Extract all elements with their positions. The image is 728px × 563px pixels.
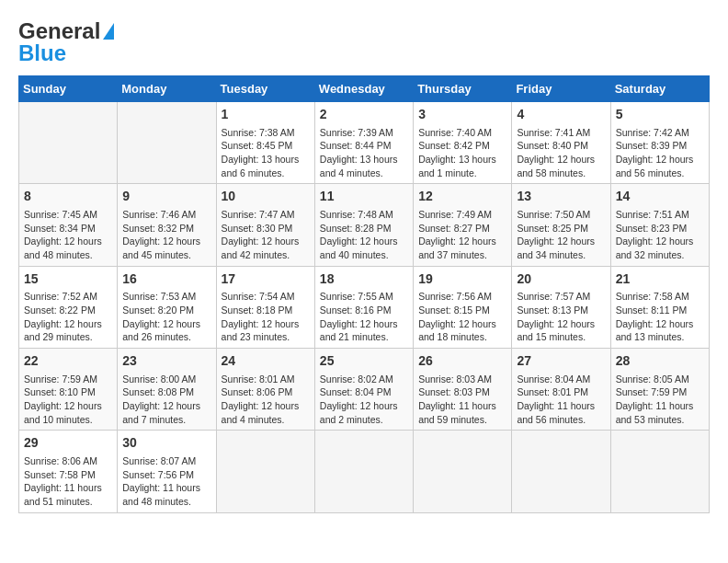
logo-blue: Blue: [18, 40, 66, 66]
daylight: Daylight: 12 hours and 40 minutes.: [320, 236, 398, 260]
logo-icon: [103, 23, 114, 40]
daylight: Daylight: 12 hours and 21 minutes.: [320, 318, 398, 343]
sunset: Sunset: 8:23 PM: [616, 223, 688, 234]
calendar-cell: [19, 102, 118, 184]
calendar-cell: 25Sunrise: 8:02 AMSunset: 8:04 PMDayligh…: [314, 349, 413, 431]
day-number: 22: [24, 352, 112, 371]
day-number: 4: [517, 106, 605, 124]
sunset: Sunset: 8:08 PM: [122, 386, 194, 397]
calendar-cell: 15Sunrise: 7:52 AMSunset: 8:22 PMDayligh…: [19, 266, 118, 348]
sunset: Sunset: 8:04 PM: [320, 386, 392, 397]
day-number: 25: [320, 352, 408, 371]
calendar-cell: 11Sunrise: 7:48 AMSunset: 8:28 PMDayligh…: [314, 184, 413, 266]
weekday-header: Wednesday: [314, 76, 413, 102]
daylight: Daylight: 12 hours and 29 minutes.: [24, 318, 102, 343]
sunset: Sunset: 8:16 PM: [320, 304, 392, 316]
sunrise: Sunrise: 8:06 AM: [24, 455, 97, 466]
calendar-cell: 27Sunrise: 8:04 AMSunset: 8:01 PMDayligh…: [512, 349, 610, 431]
calendar-cell: [216, 431, 314, 512]
daylight: Daylight: 11 hours and 51 minutes.: [24, 482, 102, 507]
day-number: 1: [222, 106, 310, 124]
calendar-cell: 2Sunrise: 7:39 AMSunset: 8:44 PMDaylight…: [314, 102, 413, 184]
calendar-cell: [610, 431, 709, 512]
sunrise: Sunrise: 7:42 AM: [616, 127, 689, 138]
calendar-cell: 29Sunrise: 8:06 AMSunset: 7:58 PMDayligh…: [19, 431, 118, 512]
sunrise: Sunrise: 8:02 AM: [320, 373, 393, 385]
sunset: Sunset: 7:58 PM: [24, 469, 96, 480]
day-number: 20: [517, 270, 605, 289]
daylight: Daylight: 12 hours and 7 minutes.: [122, 400, 200, 425]
daylight: Daylight: 12 hours and 56 minutes.: [616, 154, 694, 178]
sunset: Sunset: 7:56 PM: [122, 469, 194, 480]
calendar-cell: 4Sunrise: 7:41 AMSunset: 8:40 PMDaylight…: [512, 102, 610, 184]
daylight: Daylight: 12 hours and 10 minutes.: [24, 400, 102, 425]
day-number: 28: [616, 352, 704, 371]
logo: General Blue: [18, 18, 114, 66]
daylight: Daylight: 12 hours and 23 minutes.: [222, 318, 300, 343]
calendar-cell: [512, 431, 610, 512]
day-number: 24: [222, 352, 310, 371]
day-number: 3: [418, 106, 506, 124]
calendar-cell: 16Sunrise: 7:53 AMSunset: 8:20 PMDayligh…: [118, 266, 216, 348]
daylight: Daylight: 12 hours and 18 minutes.: [418, 318, 496, 343]
sunset: Sunset: 8:11 PM: [616, 304, 688, 316]
page-header: General Blue: [18, 18, 710, 66]
calendar-cell: 20Sunrise: 7:57 AMSunset: 8:13 PMDayligh…: [512, 266, 610, 348]
day-number: 2: [320, 106, 408, 124]
calendar-cell: 9Sunrise: 7:46 AMSunset: 8:32 PMDaylight…: [118, 184, 216, 266]
calendar-cell: 3Sunrise: 7:40 AMSunset: 8:42 PMDaylight…: [414, 102, 512, 184]
sunset: Sunset: 8:28 PM: [320, 223, 392, 234]
sunrise: Sunrise: 7:45 AM: [24, 209, 97, 220]
day-number: 18: [320, 270, 408, 289]
sunrise: Sunrise: 8:04 AM: [517, 373, 590, 385]
calendar-table: SundayMondayTuesdayWednesdayThursdayFrid…: [18, 75, 710, 513]
calendar-cell: 19Sunrise: 7:56 AMSunset: 8:15 PMDayligh…: [414, 266, 512, 348]
sunrise: Sunrise: 7:49 AM: [418, 209, 492, 220]
sunrise: Sunrise: 8:05 AM: [616, 373, 689, 385]
day-number: 30: [122, 434, 210, 453]
day-number: 27: [517, 352, 605, 371]
sunrise: Sunrise: 7:57 AM: [517, 291, 590, 302]
sunrise: Sunrise: 7:55 AM: [320, 291, 393, 302]
sunrise: Sunrise: 7:53 AM: [122, 291, 196, 302]
sunset: Sunset: 8:45 PM: [222, 140, 293, 151]
daylight: Daylight: 12 hours and 13 minutes.: [616, 318, 694, 343]
day-number: 5: [616, 106, 704, 124]
daylight: Daylight: 12 hours and 26 minutes.: [122, 318, 200, 343]
day-number: 17: [222, 270, 310, 289]
calendar-cell: 21Sunrise: 7:58 AMSunset: 8:11 PMDayligh…: [610, 266, 709, 348]
sunrise: Sunrise: 7:39 AM: [320, 127, 393, 138]
sunrise: Sunrise: 7:59 AM: [24, 373, 97, 385]
daylight: Daylight: 12 hours and 34 minutes.: [517, 236, 595, 260]
daylight: Daylight: 13 hours and 1 minute.: [418, 154, 496, 178]
sunrise: Sunrise: 7:41 AM: [517, 127, 590, 138]
weekday-header: Sunday: [19, 76, 118, 102]
daylight: Daylight: 12 hours and 32 minutes.: [616, 236, 694, 260]
sunset: Sunset: 8:27 PM: [418, 223, 490, 234]
sunset: Sunset: 8:20 PM: [122, 304, 194, 316]
sunset: Sunset: 8:06 PM: [222, 386, 293, 397]
sunset: Sunset: 8:34 PM: [24, 223, 96, 234]
sunrise: Sunrise: 8:07 AM: [122, 455, 196, 466]
daylight: Daylight: 11 hours and 56 minutes.: [517, 400, 595, 425]
calendar-cell: 5Sunrise: 7:42 AMSunset: 8:39 PMDaylight…: [610, 102, 709, 184]
sunset: Sunset: 7:59 PM: [616, 386, 688, 397]
daylight: Daylight: 11 hours and 48 minutes.: [122, 482, 200, 507]
day-number: 16: [122, 270, 210, 289]
sunset: Sunset: 8:25 PM: [517, 223, 588, 234]
sunset: Sunset: 8:01 PM: [517, 386, 588, 397]
weekday-header: Saturday: [610, 76, 709, 102]
daylight: Daylight: 11 hours and 59 minutes.: [418, 400, 496, 425]
daylight: Daylight: 12 hours and 15 minutes.: [517, 318, 595, 343]
day-number: 14: [616, 188, 704, 206]
sunrise: Sunrise: 7:48 AM: [320, 209, 393, 220]
daylight: Daylight: 12 hours and 58 minutes.: [517, 154, 595, 178]
sunrise: Sunrise: 7:46 AM: [122, 209, 196, 220]
calendar-cell: 18Sunrise: 7:55 AMSunset: 8:16 PMDayligh…: [314, 266, 413, 348]
day-number: 11: [320, 188, 408, 206]
weekday-header: Friday: [512, 76, 610, 102]
calendar-cell: 1Sunrise: 7:38 AMSunset: 8:45 PMDaylight…: [216, 102, 314, 184]
calendar-cell: [314, 431, 413, 512]
weekday-header: Monday: [118, 76, 216, 102]
day-number: 23: [122, 352, 210, 371]
